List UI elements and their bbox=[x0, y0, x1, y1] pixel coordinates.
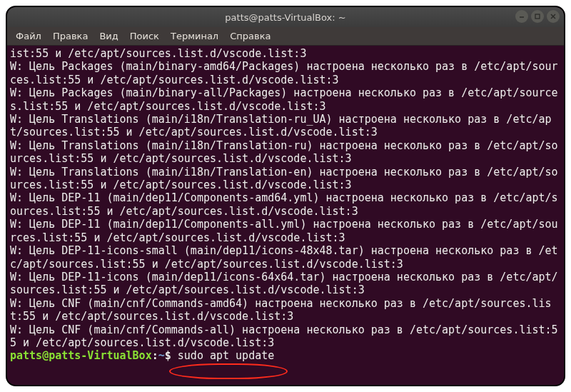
terminal-line: W: Цель DEP-11-icons (main/dep11/icons-6… bbox=[10, 271, 558, 296]
menu-terminal[interactable]: Терминал bbox=[166, 29, 223, 43]
terminal-line: W: Цель Packages (main/binary-all/Packag… bbox=[10, 86, 558, 112]
terminal-line: W: Цель CNF (main/cnf/Commands-amd64) на… bbox=[10, 297, 552, 323]
prompt-dollar: $ bbox=[165, 349, 171, 362]
prompt-path: ~ bbox=[158, 349, 165, 362]
terminal-line: ist:55 и /etc/apt/sources.list.d/vscode.… bbox=[10, 47, 306, 60]
terminal-line: W: Цель Translations (main/i18n/Translat… bbox=[10, 113, 552, 139]
menu-view[interactable]: Вид bbox=[95, 29, 122, 43]
close-icon bbox=[550, 13, 557, 20]
maximize-icon bbox=[534, 13, 541, 20]
terminal-output-area[interactable]: ist:55 и /etc/apt/sources.list.d/vscode.… bbox=[7, 46, 564, 385]
terminal-window: patts@patts-VirtualBox: ~ Файл Правка Ви… bbox=[6, 6, 565, 386]
window-title: patts@patts-VirtualBox: ~ bbox=[225, 12, 345, 23]
menu-file[interactable]: Файл bbox=[11, 29, 46, 43]
titlebar: patts@patts-VirtualBox: ~ bbox=[7, 7, 564, 27]
close-button[interactable] bbox=[547, 10, 560, 23]
menu-help[interactable]: Справка bbox=[226, 29, 275, 43]
menu-edit[interactable]: Правка bbox=[49, 29, 92, 43]
prompt-colon: : bbox=[152, 349, 158, 362]
terminal-line: W: Цель Translations (main/i18n/Translat… bbox=[10, 139, 558, 165]
terminal-line: W: Цель CNF (main/cnf/Commands-all) наст… bbox=[10, 323, 558, 349]
terminal-line: W: Цель DEP-11 (main/dep11/Components-am… bbox=[10, 191, 558, 217]
terminal-line: W: Цель DEP-11 (main/dep11/Components-al… bbox=[10, 218, 558, 243]
window-controls bbox=[515, 10, 560, 23]
svg-rect-1 bbox=[535, 14, 540, 19]
menubar: Файл Правка Вид Поиск Терминал Справка bbox=[7, 27, 564, 46]
minimize-icon bbox=[518, 13, 525, 20]
menu-search[interactable]: Поиск bbox=[126, 29, 163, 43]
terminal-line: W: Цель DEP-11-icons-small (main/dep11/i… bbox=[10, 244, 558, 270]
minimize-button[interactable] bbox=[515, 10, 528, 23]
prompt-command[interactable]: sudo apt update bbox=[178, 349, 274, 362]
maximize-button[interactable] bbox=[531, 10, 544, 23]
terminal-line: W: Цель Packages (main/binary-amd64/Pack… bbox=[10, 60, 558, 86]
terminal-line: W: Цель Translations (main/i18n/Translat… bbox=[10, 166, 558, 191]
prompt-user: patts@patts-VirtualBox bbox=[10, 349, 152, 362]
